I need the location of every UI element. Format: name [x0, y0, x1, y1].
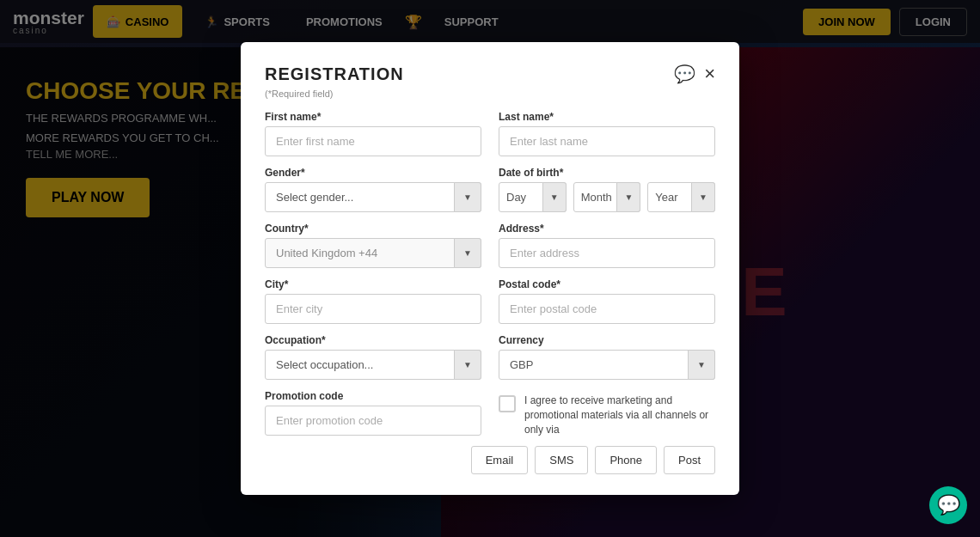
occupation-group: Occupation* Select occupation... Employe…	[265, 334, 481, 380]
modal-header: REGISTRATION 💬 ×	[265, 63, 715, 85]
promo-input[interactable]	[265, 406, 481, 436]
address-input[interactable]	[499, 238, 715, 268]
email-channel-button[interactable]: Email	[471, 446, 529, 474]
country-select[interactable]: United Kingdom +44	[265, 238, 481, 268]
gender-label: Gender*	[265, 167, 481, 179]
city-label: City*	[265, 278, 481, 290]
chat-icon-button[interactable]: 💬	[674, 64, 695, 84]
modal-icons: 💬 ×	[674, 63, 715, 85]
first-name-group: First name*	[265, 111, 481, 156]
post-channel-button[interactable]: Post	[664, 446, 715, 474]
occupation-label: Occupation*	[265, 334, 481, 346]
postal-label: Postal code*	[499, 278, 715, 290]
currency-label: Currency	[499, 334, 715, 346]
dob-year-select[interactable]: Year	[647, 182, 715, 212]
first-name-input[interactable]	[265, 126, 481, 156]
address-group: Address*	[499, 223, 715, 268]
chat-widget-button[interactable]: 💬	[929, 486, 967, 524]
gender-select-wrapper: Select gender... Male Female Other ▼	[265, 182, 481, 212]
gender-group: Gender* Select gender... Male Female Oth…	[265, 167, 481, 212]
dob-day-wrapper: Day ▼	[499, 182, 567, 212]
occupation-select[interactable]: Select occupation... Employed Self-emplo…	[265, 350, 481, 380]
marketing-text: I agree to receive marketing and promoti…	[524, 394, 715, 436]
dob-year-wrapper: Year ▼	[647, 182, 715, 212]
gender-select[interactable]: Select gender... Male Female Other	[265, 182, 481, 212]
dob-month-wrapper: Month ▼	[573, 182, 641, 212]
last-name-group: Last name*	[499, 111, 715, 156]
dob-label: Date of birth*	[499, 167, 715, 179]
marketing-checkbox[interactable]	[499, 395, 516, 412]
first-name-label: First name*	[265, 111, 481, 123]
phone-channel-button[interactable]: Phone	[595, 446, 657, 474]
dob-day-select[interactable]: Day	[499, 182, 567, 212]
postal-group: Postal code*	[499, 278, 715, 324]
channel-buttons: Email SMS Phone Post	[265, 446, 715, 474]
required-note: (*Required field)	[265, 88, 715, 99]
modal-title: REGISTRATION	[265, 64, 404, 84]
promo-group: Promotion code	[265, 390, 481, 436]
marketing-group: I agree to receive marketing and promoti…	[499, 390, 715, 436]
country-select-wrapper: United Kingdom +44 ▼	[265, 238, 481, 268]
close-icon: ×	[704, 63, 715, 85]
postal-input[interactable]	[499, 294, 715, 324]
modal-overlay: REGISTRATION 💬 × (*Required field) First…	[0, 0, 980, 537]
currency-group: Currency GBP USD EUR ▼	[499, 334, 715, 380]
registration-form: First name* Last name* Gender* Select ge…	[265, 111, 715, 436]
country-group: Country* United Kingdom +44 ▼	[265, 223, 481, 268]
chat-widget-icon: 💬	[937, 494, 960, 516]
city-group: City*	[265, 278, 481, 324]
dob-group: Date of birth* Day ▼ Month ▼	[499, 167, 715, 212]
last-name-label: Last name*	[499, 111, 715, 123]
address-label: Address*	[499, 223, 715, 235]
dob-month-select[interactable]: Month	[573, 182, 641, 212]
dob-fields: Day ▼ Month ▼ Year ▼	[499, 182, 715, 212]
close-modal-button[interactable]: ×	[704, 63, 715, 85]
occupation-select-wrapper: Select occupation... Employed Self-emplo…	[265, 350, 481, 380]
chat-icon: 💬	[674, 64, 695, 84]
sms-channel-button[interactable]: SMS	[535, 446, 588, 474]
registration-modal: REGISTRATION 💬 × (*Required field) First…	[241, 42, 739, 494]
currency-select-wrapper: GBP USD EUR ▼	[499, 350, 715, 380]
currency-select[interactable]: GBP USD EUR	[499, 350, 715, 380]
last-name-input[interactable]	[499, 126, 715, 156]
promo-label: Promotion code	[265, 390, 481, 402]
city-input[interactable]	[265, 294, 481, 324]
marketing-row: I agree to receive marketing and promoti…	[499, 394, 715, 436]
country-label: Country*	[265, 223, 481, 235]
